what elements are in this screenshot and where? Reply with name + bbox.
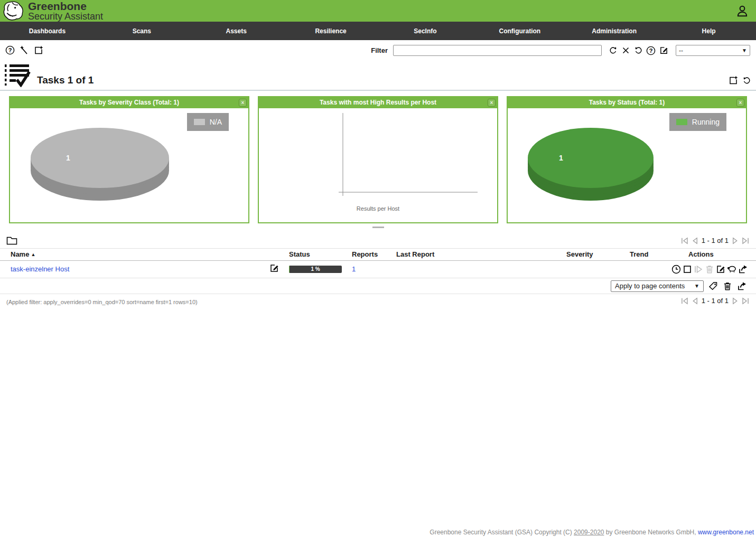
filter-bar: Filter ? -- ▼ xyxy=(371,45,750,56)
page-title: Tasks 1 of 1 xyxy=(37,74,94,86)
last-page-icon[interactable] xyxy=(741,236,750,245)
greenbone-logo-icon xyxy=(3,1,24,22)
previous-page-icon[interactable] xyxy=(690,236,699,245)
chevron-down-icon: ▼ xyxy=(742,48,747,53)
reset-filter-icon[interactable] xyxy=(633,46,643,55)
edit-task-icon[interactable] xyxy=(269,263,279,273)
folder-icon[interactable] xyxy=(6,235,17,246)
footer-copyright-years-link[interactable]: 2009-2020 xyxy=(574,529,604,536)
next-page-icon[interactable] xyxy=(731,236,740,245)
chevron-down-icon: ▼ xyxy=(694,283,699,289)
update-filter-icon[interactable] xyxy=(608,46,618,55)
nav-item-configuration[interactable]: Configuration xyxy=(472,22,567,40)
schedule-clock-icon[interactable] xyxy=(671,265,681,274)
svg-text:1: 1 xyxy=(559,154,563,162)
last-page-icon[interactable] xyxy=(741,296,750,305)
column-header-last-report[interactable]: Last Report xyxy=(396,249,566,261)
export-icon[interactable] xyxy=(737,281,746,291)
results-per-host-chart[interactable] xyxy=(259,108,497,221)
column-header-name[interactable]: Name▲ xyxy=(0,249,269,261)
nav-item-resilience[interactable]: Resilience xyxy=(284,22,378,40)
chart-legend: N/A xyxy=(187,113,229,131)
nav-item-help[interactable]: Help xyxy=(661,22,756,40)
section-title-bar: Tasks 1 of 1 xyxy=(0,61,756,87)
task-name-link[interactable]: task-einzelner Host xyxy=(11,265,69,273)
brand: Greenbone Security Assistant xyxy=(3,1,103,22)
footer-greenbone-link[interactable]: www.greenbone.net xyxy=(698,529,754,536)
filter-label: Filter xyxy=(371,46,388,54)
close-icon[interactable]: × xyxy=(239,99,247,107)
nav-item-administration[interactable]: Administration xyxy=(567,22,661,40)
bulk-action-select[interactable]: Apply to page contents ▼ xyxy=(611,280,704,292)
refresh-icon[interactable] xyxy=(742,76,751,85)
user-menu-icon[interactable] xyxy=(735,4,749,18)
previous-page-icon[interactable] xyxy=(690,296,699,305)
nav-item-dashboards[interactable]: Dashboards xyxy=(0,22,95,40)
last-report-cell xyxy=(396,261,566,278)
delete-filter-icon[interactable] xyxy=(621,46,630,55)
toolbar: ? Filter ? -- ▼ xyxy=(0,40,756,61)
tag-icon[interactable] xyxy=(708,281,718,291)
first-page-icon[interactable] xyxy=(680,236,689,245)
bulk-action-value: Apply to page contents xyxy=(615,282,685,290)
svg-text:?: ? xyxy=(8,47,12,53)
column-header-actions: Actions xyxy=(688,249,756,261)
new-task-icon[interactable] xyxy=(34,45,43,55)
brand-subtitle: Security Assistant xyxy=(28,12,103,21)
wizard-icon[interactable] xyxy=(20,45,29,55)
legend-swatch xyxy=(194,119,205,125)
brand-text: Greenbone Security Assistant xyxy=(28,1,103,21)
pagination-label: 1 - 1 of 1 xyxy=(702,237,729,244)
panel-tasks-by-status: Tasks by Status (Total: 1) × 1 Running xyxy=(507,96,747,223)
nav-item-secinfo[interactable]: SecInfo xyxy=(378,22,473,40)
filter-help-icon[interactable]: ? xyxy=(646,46,656,55)
severity-cell xyxy=(566,261,630,278)
column-header-status[interactable]: Status xyxy=(289,249,352,261)
legend-label: Running xyxy=(692,118,720,126)
close-icon[interactable]: × xyxy=(736,99,744,107)
footer-text: Greenbone Security Assistant (GSA) Copyr… xyxy=(430,529,572,536)
panel-header[interactable]: Tasks by Severity Class (Total: 1) × xyxy=(10,97,248,108)
pagination-bottom: 1 - 1 of 1 xyxy=(680,296,750,305)
svg-text:1: 1 xyxy=(66,154,70,162)
new-task-icon[interactable] xyxy=(729,76,738,85)
chart-legend: Running xyxy=(669,113,726,131)
column-header-trend[interactable]: Trend xyxy=(630,249,688,261)
edit-task-icon[interactable] xyxy=(716,265,725,274)
panel-body: Results per Host xyxy=(259,108,497,221)
stop-task-icon[interactable] xyxy=(683,265,692,274)
tasks-list-icon xyxy=(4,63,31,87)
tasks-table-section: 1 - 1 of 1 Name▲ Status Reports Last Rep… xyxy=(0,234,756,309)
x-axis-label: Results per Host xyxy=(259,205,497,212)
dashboard-resize-handle[interactable] xyxy=(372,227,384,228)
footer-by-text: by Greenbone Networks GmbH, xyxy=(606,529,696,536)
toolbar-left-icons: ? xyxy=(5,45,43,55)
legend-label: N/A xyxy=(210,118,222,126)
panel-header[interactable]: Tasks with most High Results per Host × xyxy=(259,97,497,108)
nav-item-assets[interactable]: Assets xyxy=(189,22,284,40)
brand-name: Greenbone xyxy=(28,1,103,12)
saved-filter-select[interactable]: -- ▼ xyxy=(676,45,750,56)
filter-input[interactable] xyxy=(393,45,602,56)
help-icon[interactable]: ? xyxy=(5,45,15,55)
trash-icon[interactable] xyxy=(723,281,732,291)
title-icons xyxy=(729,76,751,85)
column-header-reports[interactable]: Reports xyxy=(352,249,396,261)
list-toolbar: 1 - 1 of 1 xyxy=(0,234,756,248)
panel-high-results-per-host: Tasks with most High Results per Host × … xyxy=(258,96,498,223)
first-page-icon[interactable] xyxy=(680,296,689,305)
bulk-actions-row: Apply to page contents ▼ xyxy=(0,278,756,294)
panel-header[interactable]: Tasks by Status (Total: 1) × xyxy=(508,97,746,108)
task-status-bar[interactable]: 1 % xyxy=(289,266,342,273)
reports-count-link[interactable]: 1 xyxy=(352,265,356,273)
edit-filter-icon[interactable] xyxy=(659,46,668,55)
panel-body: 1 Running xyxy=(508,108,746,221)
export-icon[interactable] xyxy=(738,265,748,274)
clone-sheep-icon[interactable] xyxy=(727,265,736,274)
status-percent-label: 1 % xyxy=(289,266,342,273)
column-header-severity[interactable]: Severity xyxy=(566,249,630,261)
nav-item-scans[interactable]: Scans xyxy=(95,22,189,40)
close-icon[interactable]: × xyxy=(488,99,496,107)
legend-swatch xyxy=(676,119,687,125)
next-page-icon[interactable] xyxy=(731,296,740,305)
